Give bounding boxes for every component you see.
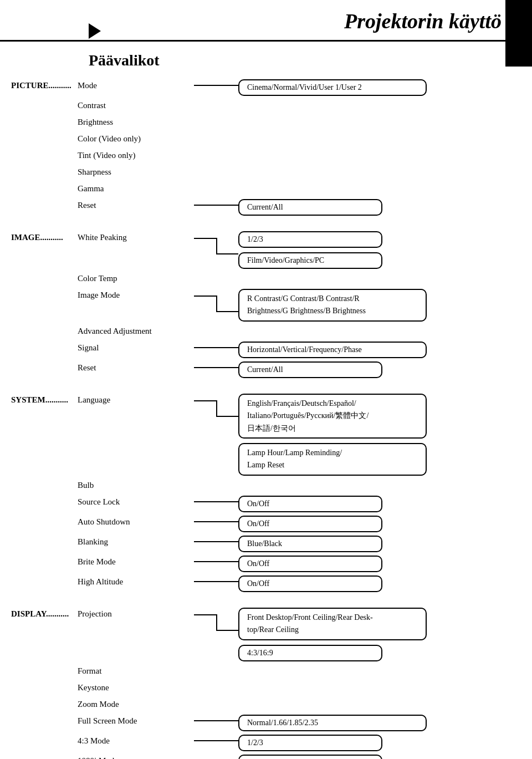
display-full-screen-row: Full Screen Mode Normal/1.66/1.85/2.35	[11, 715, 515, 733]
image-white-peaking-item: White Peaking	[78, 231, 194, 242]
system-auto-shutdown-item: Auto Shutdown	[78, 516, 194, 527]
image-adv-row: Advanced Adjustment	[11, 325, 515, 340]
43-mode-connector	[194, 735, 238, 741]
image-white-peaking-row: IMAGE........... White Peaking 1/2/3 Fil…	[11, 231, 515, 271]
main-content: PICTURE........... Mode Cinema/Normal/Vi…	[0, 74, 532, 759]
high-altitude-option: On/Off	[238, 575, 515, 594]
system-bulb-item: Bulb	[78, 479, 194, 490]
system-section: SYSTEM........... Language English/Franç…	[11, 394, 515, 594]
picture-color-item: Color (Video only)	[78, 133, 194, 144]
image-section: IMAGE........... White Peaking 1/2/3 Fil…	[11, 231, 515, 380]
image-reset-row: Reset Current/All	[11, 361, 515, 380]
43-mode-option-box: 1/2/3	[238, 735, 382, 751]
image-signal-item: Signal	[78, 342, 194, 353]
display-format-item: Format	[78, 665, 194, 676]
image-reset-connector	[194, 361, 238, 368]
blanking-option-box: Blue/Black	[238, 536, 382, 552]
blanking-option: Blue/Black	[238, 536, 515, 554]
page-header: Projektorin käyttö	[0, 0, 532, 42]
mode-option-box: Cinema/Normal/Vivid/User 1/User 2	[238, 79, 427, 96]
auto-shutdown-option: On/Off	[238, 516, 515, 534]
mode-connector	[194, 79, 238, 86]
display-43-mode-item: 4:3 Mode	[78, 735, 194, 746]
display-projection-row: DISPLAY........... Projection Front Desk…	[11, 608, 515, 664]
picture-reset-row: Reset Current/All	[11, 199, 515, 218]
picture-sharpness-row: Sharpness	[11, 166, 515, 181]
system-language-row: SYSTEM........... Language English/Franç…	[11, 394, 515, 478]
high-altitude-option-box: On/Off	[238, 575, 382, 592]
image-mode-row: Image Mode R Contrast/G Contrast/B Contr…	[11, 289, 515, 324]
auto-shutdown-option-box: On/Off	[238, 516, 382, 532]
image-color-temp-row: Color Temp	[11, 272, 515, 288]
picture-reset-connector	[194, 199, 238, 206]
source-lock-connector	[194, 496, 238, 502]
mode-option: Cinema/Normal/Vivid/User 1/User 2	[238, 79, 515, 98]
image-color-temp-item: Color Temp	[78, 272, 194, 283]
display-projection-options: Front Desktop/Front Ceiling/Rear Desk-to…	[238, 608, 515, 664]
display-format-row: Format	[11, 665, 515, 680]
picture-brightness-row: Brightness	[11, 116, 515, 131]
full-screen-option: Normal/1.66/1.85/2.35	[238, 715, 515, 733]
display-keystone-item: Keystone	[78, 681, 194, 692]
image-label: IMAGE...........	[11, 231, 78, 242]
display-1080i-mode-row: 1080i Mode 1/2	[11, 755, 515, 759]
picture-section: PICTURE........... Mode Cinema/Normal/Vi…	[11, 79, 515, 218]
system-high-altitude-item: High Altitude	[78, 575, 194, 587]
high-altitude-connector	[194, 575, 238, 582]
system-blanking-row: Blanking Blue/Black	[11, 536, 515, 554]
system-brite-mode-item: Brite Mode	[78, 556, 194, 567]
image-reset-item: Reset	[78, 361, 194, 373]
image-wp-options: 1/2/3 Film/Video/Graphics/PC	[238, 231, 515, 271]
1080i-mode-option: 1/2	[238, 755, 515, 759]
system-brite-mode-row: Brite Mode On/Off	[11, 556, 515, 574]
picture-gamma-item: Gamma	[78, 182, 194, 193]
picture-gamma-row: Gamma	[11, 182, 515, 198]
bulb-option-box: Lamp Hour/Lamp Reminding/Lamp Reset	[238, 443, 427, 476]
source-lock-option-box: On/Off	[238, 496, 382, 512]
image-mode-option-box: R Contrast/G Contrast/B Contrast/RBright…	[238, 289, 427, 322]
arrow-icon	[89, 23, 101, 39]
picture-reset-item: Reset	[78, 199, 194, 210]
picture-mode-row: PICTURE........... Mode Cinema/Normal/Vi…	[11, 79, 515, 98]
display-keystone-row: Keystone	[11, 681, 515, 697]
system-auto-shutdown-row: Auto Shutdown On/Off	[11, 516, 515, 534]
picture-contrast-row: Contrast	[11, 99, 515, 115]
picture-reset-option: Current/All	[238, 199, 515, 218]
white-peaking-option-box: 1/2/3	[238, 231, 382, 248]
display-zoom-mode-row: Zoom Mode	[11, 698, 515, 714]
signal-option: Horizontal/Vertical/Frequency/Phase	[238, 342, 515, 360]
image-adv-item: Advanced Adjustment	[78, 325, 194, 336]
signal-option-box: Horizontal/Vertical/Frequency/Phase	[238, 342, 427, 358]
display-full-screen-item: Full Screen Mode	[78, 715, 194, 726]
page-title: Projektorin käyttö	[344, 9, 502, 33]
picture-mode-item: Mode	[78, 79, 194, 90]
auto-shutdown-connector	[194, 516, 238, 522]
color-temp-option-box: Film/Video/Graphics/PC	[238, 252, 382, 269]
picture-color-row: Color (Video only)	[11, 133, 515, 148]
picture-brightness-item: Brightness	[78, 116, 194, 127]
1080i-mode-connector	[194, 755, 238, 759]
system-language-item: Language	[78, 394, 194, 405]
system-language-options: English/Français/Deutsch/Español/Italian…	[238, 394, 515, 478]
display-section: DISPLAY........... Projection Front Desk…	[11, 608, 515, 759]
projection-option-box: Front Desktop/Front Ceiling/Rear Desk-to…	[238, 608, 427, 640]
brite-mode-option: On/Off	[238, 556, 515, 574]
picture-tint-row: Tint (Video only)	[11, 149, 515, 165]
image-mode-item: Image Mode	[78, 289, 194, 300]
system-high-altitude-row: High Altitude On/Off	[11, 575, 515, 594]
43-mode-option: 1/2/3	[238, 735, 515, 753]
language-option-box: English/Français/Deutsch/Español/Italian…	[238, 394, 427, 439]
picture-sharpness-item: Sharpness	[78, 166, 194, 177]
system-blanking-item: Blanking	[78, 536, 194, 547]
system-bulb-row: Bulb	[11, 479, 515, 495]
image-reset-option: Current/All	[238, 361, 515, 380]
system-source-lock-item: Source Lock	[78, 496, 194, 507]
brite-mode-option-box: On/Off	[238, 556, 382, 572]
image-mode-options: R Contrast/G Contrast/B Contrast/RBright…	[238, 289, 515, 324]
display-zoom-mode-item: Zoom Mode	[78, 698, 194, 709]
display-projection-item: Projection	[78, 608, 194, 619]
picture-contrast-item: Contrast	[78, 99, 194, 110]
picture-label: PICTURE...........	[11, 79, 78, 90]
format-option-box: 4:3/16:9	[238, 645, 382, 661]
display-projection-connector	[194, 608, 238, 641]
